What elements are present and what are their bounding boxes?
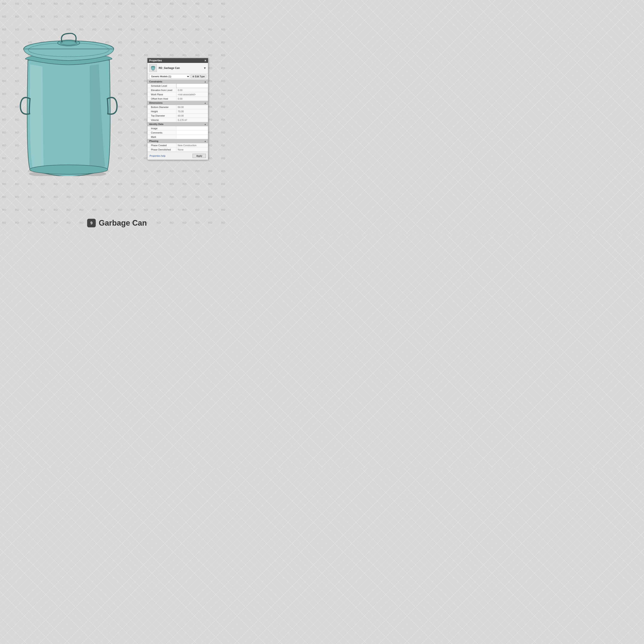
offset-from-host-label: Offset from Host (147, 97, 176, 101)
volume-label: Volume (147, 118, 176, 122)
phase-demolished-label: Phase Demolished (147, 147, 176, 152)
label-badge: 9 (87, 219, 96, 227)
panel-footer: Properties help Apply (147, 152, 208, 160)
top-diameter-label: Top Diameter (147, 114, 176, 118)
comments-row: Comments (147, 131, 208, 135)
top-diameter-row: Top Diameter 60.00 (147, 114, 208, 118)
edit-type-icon: ⚙ (192, 75, 194, 78)
phasing-section-label: Phasing (149, 140, 158, 142)
mark-value (176, 135, 208, 139)
mark-label: Mark (147, 135, 176, 139)
work-plane-row: Work Plane <not associated> (147, 92, 208, 97)
image-row: Image (147, 126, 208, 131)
schedule-level-value[interactable] (176, 84, 208, 88)
properties-panel: Properties × RD_Garbage Can ▼ Generic Mo… (147, 58, 208, 160)
apply-button[interactable]: Apply (193, 154, 206, 158)
constraints-section-header[interactable]: Constraints ▲ (147, 80, 208, 84)
edit-type-label: Edit Type (195, 75, 205, 78)
type-selector[interactable]: Generic Models (1) (149, 74, 190, 79)
svg-point-9 (152, 66, 155, 67)
bottom-diameter-label: Bottom Diameter (147, 105, 176, 109)
work-plane-value: <not associated> (176, 92, 208, 96)
dimensions-section-header[interactable]: Dimensions ▲ (147, 101, 208, 105)
dimensions-collapse-icon: ▲ (204, 102, 206, 104)
phase-created-row: Phase Created New Construction (147, 143, 208, 147)
panel-title-left: Properties (149, 59, 162, 62)
top-diameter-value: 60.00 (176, 114, 208, 118)
phase-created-value: New Construction (176, 143, 208, 147)
object-options-icon[interactable]: ▼ (203, 66, 206, 70)
identity-data-section-label: Identity Data (149, 123, 163, 125)
phasing-collapse-icon: ▲ (204, 140, 206, 142)
phase-demolished-value: None (176, 147, 208, 152)
bottom-diameter-row: Bottom Diameter 50.00 (147, 105, 208, 109)
constraints-collapse-icon: ▲ (204, 81, 206, 83)
panel-dropdown-row: Generic Models (1) ⚙ Edit Type (147, 73, 208, 80)
panel-close-button[interactable]: × (205, 59, 206, 62)
elevation-from-level-value: 0.00 (176, 88, 208, 92)
bottom-label-container: 9 Garbage Can (87, 219, 147, 228)
mark-row: Mark (147, 135, 208, 139)
image-label: Image (147, 126, 176, 130)
object-name: RD_Garbage Can (159, 67, 202, 70)
phasing-section-header[interactable]: Phasing ▲ (147, 139, 208, 143)
properties-help-link[interactable]: Properties help (150, 155, 166, 157)
phase-demolished-row: Phase Demolished None (147, 147, 208, 152)
garbage-can-illustration (13, 13, 125, 176)
offset-from-host-value: 0.00 (176, 97, 208, 101)
identity-data-section-header[interactable]: Identity Data ▲ (147, 122, 208, 126)
schedule-level-row: Schedule Level (147, 84, 208, 88)
svg-point-7 (75, 41, 76, 43)
height-value: 70.00 (176, 109, 208, 113)
object-thumbnail (149, 64, 157, 72)
schedule-level-label: Schedule Level (147, 84, 176, 88)
panel-titlebar: Properties × (147, 58, 208, 63)
elevation-from-level-label: Elevation from Level (147, 88, 176, 92)
svg-point-1 (30, 165, 108, 174)
panel-title-text: Properties (149, 59, 162, 62)
volume-row: Volume 0.176 m³ (147, 118, 208, 122)
offset-from-host-row: Offset from Host 0.00 (147, 97, 208, 101)
constraints-section-label: Constraints (149, 80, 162, 83)
comments-value (176, 131, 208, 135)
identity-data-collapse-icon: ▲ (204, 123, 206, 125)
label-text: Garbage Can (99, 219, 147, 228)
elevation-from-level-row: Elevation from Level 0.00 (147, 88, 208, 92)
work-plane-label: Work Plane (147, 92, 176, 96)
schedule-level-input[interactable] (178, 85, 207, 87)
image-value (176, 126, 208, 130)
bottom-diameter-value: 50.00 (176, 105, 208, 109)
volume-value: 0.176 m³ (176, 118, 208, 122)
panel-object-row: RD_Garbage Can ▼ (147, 63, 208, 73)
dimensions-section-label: Dimensions (149, 102, 163, 104)
height-row: Height 70.00 (147, 109, 208, 114)
comments-label: Comments (147, 131, 176, 135)
height-label: Height (147, 109, 176, 113)
svg-point-6 (61, 41, 63, 43)
edit-type-button[interactable]: ⚙ Edit Type (191, 74, 206, 78)
phase-created-label: Phase Created (147, 143, 176, 147)
